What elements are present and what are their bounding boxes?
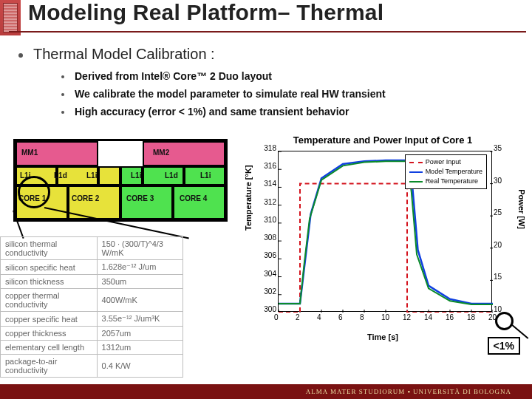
bullet-l1-text: Thermal Model Calibration :	[33, 46, 215, 63]
institution-logo	[0, 0, 21, 35]
mm2-label: MM2	[153, 149, 169, 157]
x-axis-label: Time [s]	[242, 332, 523, 341]
error-annotation: <1%	[488, 337, 520, 355]
footer-bar: ALMA MATER STUDIORUM ▪ UNIVERSITÀ DI BOL…	[0, 384, 532, 399]
plot-area: Power Input Model Temperature Real Tempe…	[278, 151, 492, 312]
chart-legend: Power Input Model Temperature Real Tempe…	[405, 154, 487, 189]
parameter-table: silicon thermal conductivity150 · (300/T…	[0, 236, 183, 378]
mm1-label: MM1	[21, 149, 38, 157]
bullet-s3: High accuracy (error < 1%) and same tran…	[61, 106, 521, 117]
slide-title: Modeling Real Platform– Thermal	[28, 0, 383, 25]
bullet-s2: We calibrate the model parameter to simu…	[61, 88, 521, 100]
y2-axis-label: Power [W]	[517, 189, 526, 229]
highlight-circle	[18, 176, 50, 208]
chart-title: Temperature and Power Input of Core 1	[242, 134, 523, 146]
bullet-list: Thermal Model Calibration : Derived from…	[18, 46, 521, 123]
footer-text: ALMA MATER STUDIORUM ▪ UNIVERSITÀ DI BOL…	[306, 388, 511, 395]
title-underline	[9, 31, 526, 33]
bullet-s1: Derived from Intel® Core™ 2 Duo layout	[61, 70, 521, 82]
bullet-l1: Thermal Model Calibration :	[18, 46, 521, 63]
y-axis-label: Temperature [°K]	[244, 165, 253, 231]
chart-thermal: Temperature and Power Input of Core 1 Te…	[242, 134, 523, 341]
error-highlight-circle	[495, 312, 514, 330]
